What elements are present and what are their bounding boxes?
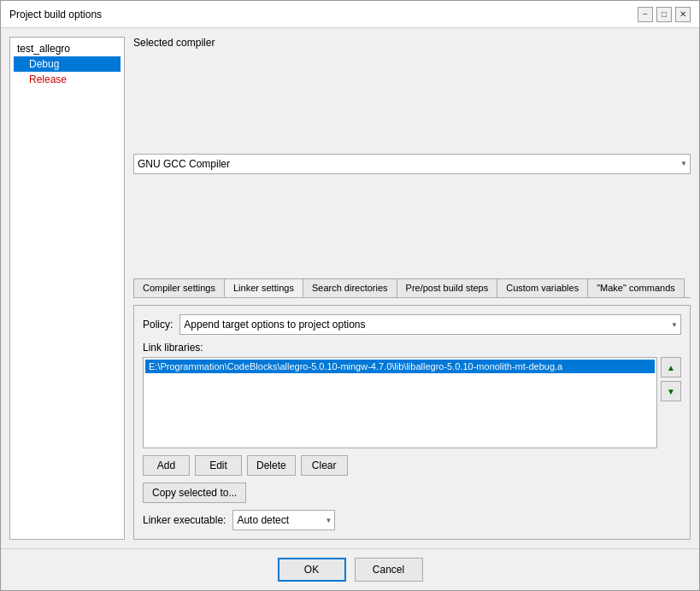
compiler-select[interactable]: GNU GCC Compiler [133, 154, 691, 174]
link-libraries-section: Link libraries: E:\Programmation\CodeBlo… [143, 342, 681, 448]
tab-pre-post-build[interactable]: Pre/post build steps [397, 278, 498, 297]
tree-item-root[interactable]: test_allegro [14, 41, 121, 56]
libraries-container: E:\Programmation\CodeBlocks\allegro-5.0.… [143, 357, 681, 448]
tab-search-directories[interactable]: Search directories [303, 278, 397, 297]
dialog-window: Project build options − □ ✕ test_allegro… [0, 0, 700, 591]
content-area: Policy: Append target options to project… [133, 305, 691, 540]
tree-item-debug[interactable]: Debug [14, 56, 121, 72]
tab-compiler-settings[interactable]: Compiler settings [133, 278, 225, 297]
add-button[interactable]: Add [143, 455, 190, 476]
tabs-bar: Compiler settings Linker settings Search… [133, 278, 691, 298]
link-libraries-label: Link libraries: [143, 342, 681, 354]
action-buttons-row1: Add Edit Delete Clear [143, 455, 681, 476]
right-panel: Selected compiler GNU GCC Compiler Compi… [133, 37, 691, 540]
clear-button[interactable]: Clear [301, 455, 348, 476]
move-down-button[interactable]: ▼ [661, 381, 681, 401]
tab-linker-settings[interactable]: Linker settings [224, 278, 303, 297]
list-item[interactable]: E:\Programmation\CodeBlocks\allegro-5.0.… [145, 360, 655, 373]
delete-button[interactable]: Delete [247, 455, 296, 476]
copy-selected-to-button[interactable]: Copy selected to... [143, 483, 246, 503]
linker-exe-label: Linker executable: [143, 514, 226, 526]
linker-exe-row: Linker executable: Auto detect [143, 510, 681, 530]
linker-exe-combobox-wrapper: Auto detect [232, 510, 335, 530]
cancel-button[interactable]: Cancel [355, 558, 423, 582]
tab-custom-variables[interactable]: Custom variables [497, 278, 588, 297]
side-buttons: ▲ ▼ [661, 357, 681, 448]
policy-row: Policy: Append target options to project… [143, 314, 681, 335]
compiler-combobox-wrapper: GNU GCC Compiler [133, 56, 691, 272]
edit-button[interactable]: Edit [195, 455, 242, 476]
dialog-title: Project build options [9, 9, 102, 20]
tree-item-release[interactable]: Release [14, 72, 121, 87]
minimize-button[interactable]: − [638, 7, 653, 22]
tab-make-commands[interactable]: "Make" commands [587, 278, 685, 297]
dialog-footer: OK Cancel [1, 548, 699, 590]
title-bar: Project build options − □ ✕ [1, 1, 699, 28]
compiler-section: Selected compiler [133, 37, 691, 49]
ok-button[interactable]: OK [278, 558, 346, 582]
title-controls: − □ ✕ [638, 7, 691, 22]
libraries-list[interactable]: E:\Programmation\CodeBlocks\allegro-5.0.… [143, 357, 657, 448]
policy-combobox-wrapper: Append target options to project options [179, 314, 681, 335]
maximize-button[interactable]: □ [656, 7, 672, 22]
move-up-button[interactable]: ▲ [661, 357, 681, 377]
action-buttons-row2: Copy selected to... [143, 483, 681, 503]
linker-exe-select[interactable]: Auto detect [232, 510, 335, 530]
compiler-label: Selected compiler [133, 37, 215, 49]
dialog-body: test_allegro Debug Release Selected comp… [1, 28, 699, 548]
policy-select[interactable]: Append target options to project options [179, 314, 681, 335]
close-button[interactable]: ✕ [675, 7, 691, 22]
policy-label: Policy: [143, 319, 173, 331]
left-panel: test_allegro Debug Release [9, 37, 125, 540]
